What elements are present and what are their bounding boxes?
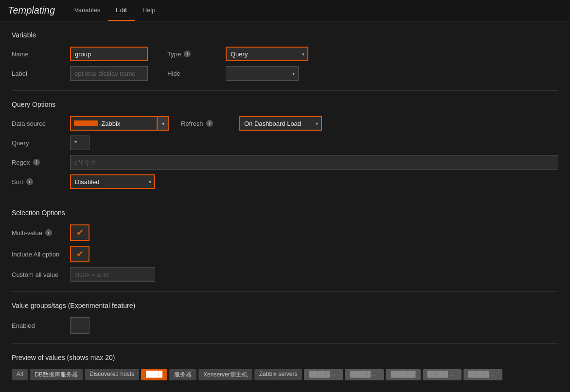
datasource-dropdown-btn[interactable]: ▾ [158,116,169,131]
regex-label: Regex i [12,159,70,166]
query-options-heading: Query Options [12,101,558,108]
preview-tag-fuwuqi[interactable]: 服务器 [169,369,196,380]
sort-select[interactable]: Disabled Alphabetical (asc) Alphabetical… [70,174,155,189]
datasource-refresh-row: Data source -Zabbix ▾ Refresh i Never O [12,116,558,131]
type-select-wrap: Query Interval Datasource Custom Constan… [226,47,308,61]
include-all-check-icon: ✔ [76,249,84,259]
tab-help[interactable]: Help [135,0,163,21]
divider-2 [12,199,558,199]
app-title: Templating [8,5,55,16]
datasource-wrap: -Zabbix ▾ [70,116,169,131]
preview-heading: Preview of values (shows max 20) [12,354,558,361]
value-groups-section: Value groups/tags (Experimental feature)… [12,302,558,334]
query-label: Query [12,139,70,147]
refresh-select-wrap: Never On Dashboard Load On Time Range Ch… [239,116,322,131]
name-input[interactable]: group [70,47,148,61]
hide-select-wrap: Label Variable ▾ [226,66,299,81]
preview-tag-r5[interactable]: ████████████ [423,369,462,380]
refresh-info-icon: i [206,120,213,127]
preview-tag-redacted1[interactable]: ████ [141,369,167,380]
multi-value-row: Multi-value i ✔ [12,224,558,241]
custom-all-label: Custom all value [12,271,70,278]
sort-select-wrap: Disabled Alphabetical (asc) Alphabetical… [70,174,155,189]
query-row: Query [12,136,558,150]
include-all-label: Include All option [12,251,70,258]
nav-tabs: Variables Edit Help [67,0,163,21]
datasource-redacted [74,120,98,126]
query-input[interactable] [70,136,89,150]
tab-edit[interactable]: Edit [108,0,134,21]
enabled-row: Enabled [12,317,558,334]
custom-all-row: Custom all value [12,267,558,282]
sort-row: Sort i Disabled Alphabetical (asc) Alpha… [12,174,558,189]
refresh-label: Refresh i [181,120,239,127]
main-content: Variable Name group Type i Query Interva… [0,21,570,392]
preview-tag-r6[interactable]: ███████████ [463,369,502,380]
datasource-label: Data source [12,120,70,127]
hide-label: Hide [167,70,226,77]
preview-tag-all[interactable]: All [12,369,28,380]
type-label: Type i [167,51,226,58]
preview-tags-container: All DB数据库服务器 Discovered hosts ████ 服务器 X… [12,369,558,380]
variable-section: Variable Name group Type i Query Interva… [12,31,558,81]
custom-all-input[interactable] [70,267,155,282]
enabled-checkbox[interactable] [70,317,89,334]
preview-tag-r3[interactable]: ████████ [345,369,384,380]
multi-info-icon: i [45,229,52,236]
type-info-icon: i [184,51,191,57]
divider-3 [12,291,558,292]
multi-value-label: Multi-value i [12,229,70,237]
label-hide-row: Label Hide Label Variable ▾ [12,66,558,81]
regex-info-icon: i [33,159,40,166]
datasource-arrow-icon: ▾ [162,121,164,126]
preview-tag-r2[interactable]: ████████ [304,369,343,380]
value-groups-heading: Value groups/tags (Experimental feature) [12,302,558,309]
sort-label: Sort i [12,178,70,186]
preview-tag-db[interactable]: DB数据库服务器 [30,369,83,380]
query-options-section: Query Options Data source -Zabbix ▾ Refr… [12,101,558,189]
multi-value-checkbox[interactable]: ✔ [70,224,89,241]
include-all-row: Include All option ✔ [12,246,558,262]
divider-4 [12,343,558,344]
preview-tag-r4[interactable]: ██████ [386,369,420,380]
refresh-select[interactable]: Never On Dashboard Load On Time Range Ch… [239,116,322,131]
hide-select[interactable]: Label Variable [226,66,299,81]
regex-row: Regex i [12,155,558,170]
preview-section: Preview of values (shows max 20) All DB数… [12,354,558,380]
divider-1 [12,90,558,91]
label-input[interactable] [70,66,148,81]
include-all-checkbox[interactable]: ✔ [70,246,89,262]
regex-input[interactable] [70,155,558,170]
name-label: Name [12,51,70,58]
selection-heading: Selection Options [12,209,558,217]
enabled-label: Enabled [12,322,70,329]
selection-options-section: Selection Options Multi-value i ✔ Includ… [12,209,558,282]
app-header: Templating Variables Edit Help [0,0,570,21]
preview-tag-xenserver[interactable]: Xenserver宿主机 [198,369,252,380]
sort-info-icon: i [26,178,33,185]
datasource-text: -Zabbix [99,120,120,127]
preview-tag-discovered[interactable]: Discovered hosts [85,369,139,380]
name-type-row: Name group Type i Query Interval Datasou… [12,47,558,61]
tab-variables[interactable]: Variables [67,0,108,21]
variable-heading: Variable [12,31,558,39]
multi-check-icon: ✔ [76,227,84,238]
preview-tag-zabbix[interactable]: Zabbix servers [254,369,303,380]
label-label: Label [12,70,70,77]
type-select[interactable]: Query Interval Datasource Custom Constan… [226,47,308,61]
